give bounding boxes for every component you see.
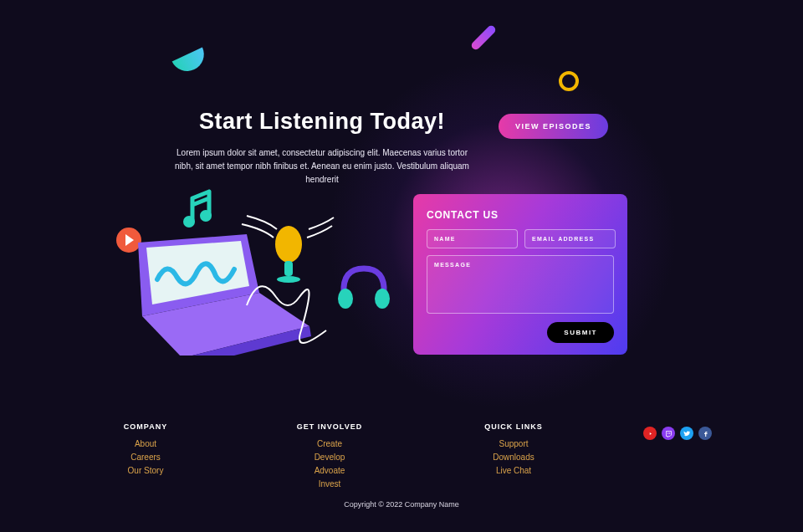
svg-point-7 [375, 289, 390, 309]
footer-link[interactable]: Develop [275, 453, 384, 462]
svg-point-3 [275, 226, 302, 263]
view-episodes-button[interactable]: VIEW EPISODES [499, 114, 608, 139]
svg-point-0 [183, 216, 195, 228]
twitch-icon[interactable] [662, 427, 675, 440]
podcast-illustration [109, 188, 393, 356]
facebook-icon[interactable] [698, 427, 712, 440]
decor-ring [559, 71, 579, 91]
contact-card: CONTACT US SUBMIT [413, 194, 627, 355]
footer-heading: GET INVOLVED [275, 422, 384, 431]
youtube-icon[interactable] [643, 427, 657, 440]
name-input[interactable] [427, 229, 518, 248]
hero-title: Start Listening Today! [167, 109, 477, 135]
footer: COMPANY About Careers Our Story GET INVO… [0, 422, 803, 493]
footer-link[interactable]: About [91, 439, 200, 448]
footer-col-quick: QUICK LINKS Support Downloads Live Chat [459, 422, 568, 479]
footer-link[interactable]: Invest [275, 479, 384, 489]
footer-link[interactable]: Live Chat [459, 466, 568, 475]
footer-link[interactable]: Advoate [275, 466, 384, 475]
footer-link[interactable]: Create [275, 439, 384, 448]
footer-link[interactable]: Support [459, 439, 568, 448]
footer-col-company: COMPANY About Careers Our Story [91, 422, 200, 479]
contact-heading: CONTACT US [427, 209, 614, 221]
footer-heading: COMPANY [91, 422, 200, 431]
email-input[interactable] [524, 229, 616, 248]
svg-rect-4 [284, 261, 293, 276]
decor-half-circle [172, 47, 210, 76]
hero-subtitle: Lorem ipsum dolor sit amet, consectetur … [167, 146, 477, 187]
footer-link[interactable]: Our Story [91, 466, 200, 475]
svg-point-1 [200, 210, 212, 222]
twitter-icon[interactable] [680, 427, 693, 440]
copyright: Copyright © 2022 Company Name [0, 500, 803, 509]
svg-point-6 [338, 289, 353, 309]
social-icons [643, 422, 712, 440]
svg-point-5 [277, 276, 300, 283]
footer-heading: QUICK LINKS [459, 422, 568, 431]
footer-col-involved: GET INVOLVED Create Develop Advoate Inve… [275, 422, 384, 493]
decor-pill [470, 24, 498, 52]
submit-button[interactable]: SUBMIT [547, 322, 614, 343]
hero-section: Start Listening Today! Lorem ipsum dolor… [167, 109, 477, 187]
message-input[interactable] [427, 255, 614, 314]
footer-link[interactable]: Careers [91, 453, 200, 462]
footer-link[interactable]: Downloads [459, 453, 568, 462]
